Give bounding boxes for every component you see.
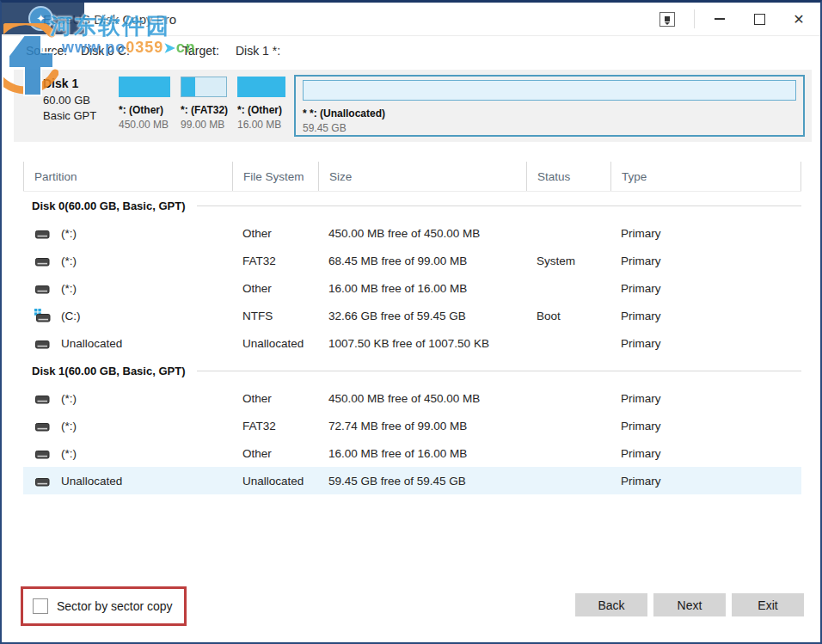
partition-usage-bar [181, 77, 227, 97]
file-system-value: Other [232, 219, 318, 247]
target-value: Disk 1 *: [236, 44, 280, 58]
partition-name: Unallocated [61, 337, 122, 350]
partition-name: (*:) [61, 255, 77, 267]
file-system-value: FAT32 [232, 412, 318, 439]
size-value: 72.74 MB free of 99.00 MB [318, 412, 526, 439]
column-header-size: Size [318, 162, 526, 191]
type-value: Primary [610, 274, 801, 302]
file-system-value: Unallocated [232, 329, 318, 357]
disk-group-title: Disk 0(60.00 GB, Basic, GPT) [23, 199, 185, 212]
partition-block[interactable]: *: (Other)450.00 MB [117, 75, 172, 137]
title-bar: EaseUS Disk Copy Pro ✕ [2, 3, 820, 36]
close-button[interactable]: ✕ [779, 3, 819, 35]
partition-table: Partition File System Size Status Type D… [23, 162, 801, 494]
status-value [526, 467, 610, 494]
next-button[interactable]: Next [653, 593, 726, 616]
status-value: System [526, 247, 610, 274]
file-system-value: FAT32 [232, 247, 318, 274]
window-controls: ✕ [659, 3, 820, 35]
table-row[interactable]: UnallocatedUnallocated59.45 GB free of 5… [23, 467, 801, 494]
size-value: 1007.50 KB free of 1007.50 KB [318, 329, 526, 357]
partition-table-body: Disk 0(60.00 GB, Basic, GPT)(*:)Other450… [23, 192, 801, 494]
table-row[interactable]: (*:)Other450.00 MB free of 450.00 MBPrim… [23, 384, 801, 412]
size-value: 16.00 MB free of 16.00 MB [318, 274, 526, 302]
disk-info: Disk 1 60.00 GB Basic GPT [14, 75, 117, 137]
size-value: 32.66 GB free of 59.45 GB [318, 302, 526, 329]
minimize-button[interactable] [700, 3, 739, 35]
menu-dropdown-button[interactable] [659, 12, 675, 27]
partition-name: (*:) [61, 447, 77, 460]
drive-icon [34, 255, 51, 267]
partition-usage-bar [119, 77, 170, 97]
file-system-value: Other [232, 274, 318, 302]
file-system-value: Other [232, 439, 318, 467]
target-disk-panel: Disk 1 60.00 GB Basic GPT *: (Other)450.… [14, 70, 812, 142]
file-system-value: NTFS [232, 302, 318, 329]
drive-icon [34, 228, 51, 239]
partition-label: *: (FAT32) [181, 104, 227, 116]
size-value: 450.00 MB free of 450.00 MB [318, 384, 526, 412]
column-header-file-system: File System [232, 162, 318, 191]
type-value: Primary [610, 412, 801, 439]
size-value: 16.00 MB free of 16.00 MB [318, 439, 526, 467]
status-value [526, 219, 610, 247]
table-row[interactable]: (*:)Other16.00 MB free of 16.00 MBPrimar… [23, 274, 801, 302]
partition-label: *: (Other) [119, 104, 170, 116]
type-value: Primary [610, 219, 801, 247]
type-value: Primary [610, 247, 801, 274]
table-row[interactable]: (*:)Other450.00 MB free of 450.00 MBPrim… [23, 219, 801, 247]
partition-strip: *: (Other)450.00 MB*: (FAT32)99.00 MB*: … [117, 75, 805, 137]
partition-size: 450.00 MB [119, 119, 170, 131]
disk-layout: Basic GPT [43, 108, 117, 124]
source-value: Disk 0 C: [81, 44, 130, 58]
table-row[interactable]: (*:)Other16.00 MB free of 16.00 MBPrimar… [23, 439, 801, 467]
maximize-button[interactable] [739, 3, 779, 35]
partition-usage-bar [303, 80, 796, 101]
file-system-value: Unallocated [232, 467, 318, 494]
group-divider [197, 371, 801, 371]
status-value [526, 329, 610, 357]
back-button[interactable]: Back [575, 593, 647, 616]
partition-name: (C:) [61, 310, 81, 322]
partition-usage-bar [237, 77, 285, 97]
wizard-buttons: Back Next Exit [575, 593, 804, 616]
partition-size: 59.45 GB [303, 122, 796, 134]
disk-name: Disk 1 [43, 77, 117, 90]
partition-name: (*:) [61, 282, 77, 295]
sector-by-sector-checkbox[interactable] [33, 598, 48, 614]
drive-icon [34, 475, 51, 487]
controls-divider [694, 9, 695, 28]
route-bar: Source: Disk 0 C: Target: Disk 1 *: [2, 36, 820, 65]
type-value: Primary [610, 384, 801, 412]
table-row[interactable]: UnallocatedUnallocated1007.50 KB free of… [23, 329, 801, 357]
table-row[interactable]: (*:)FAT3272.74 MB free of 99.00 MBPrimar… [23, 412, 801, 439]
column-header-type: Type [610, 162, 801, 191]
column-header-status: Status [526, 162, 610, 191]
size-value: 68.45 MB free of 99.00 MB [318, 247, 526, 274]
partition-block[interactable]: *: (Other)16.00 MB [236, 75, 287, 137]
size-value: 59.45 GB free of 59.45 GB [318, 467, 526, 494]
exit-button[interactable]: Exit [732, 593, 804, 616]
type-value: Primary [610, 302, 801, 329]
partition-name: Unallocated [61, 475, 122, 488]
partition-size: 99.00 MB [181, 119, 227, 131]
partition-block[interactable]: *: (FAT32)99.00 MB [179, 75, 229, 137]
disk-size: 60.00 GB [43, 93, 117, 108]
disk-group-header: Disk 0(60.00 GB, Basic, GPT) [23, 192, 801, 219]
partition-block[interactable]: * *: (Unallocated)59.45 GB [294, 75, 805, 137]
source-label: Source: [26, 44, 67, 58]
window-title: EaseUS Disk Copy Pro [43, 12, 176, 27]
disk-group-title: Disk 1(60.00 GB, Basic, GPT) [23, 365, 185, 377]
file-system-value: Other [232, 384, 318, 412]
sector-copy-annotation-box: Sector by sector copy [21, 586, 187, 626]
partition-name: (*:) [61, 392, 77, 405]
drive-icon [34, 448, 51, 459]
size-value: 450.00 MB free of 450.00 MB [318, 219, 526, 247]
table-row[interactable]: (*:)FAT3268.45 MB free of 99.00 MBSystem… [23, 247, 801, 274]
drive-icon [34, 393, 51, 404]
table-row[interactable]: (C:)NTFS32.66 GB free of 59.45 GBBootPri… [23, 302, 801, 329]
partition-name: (*:) [61, 227, 77, 240]
drive-icon [34, 338, 51, 349]
status-value [526, 412, 610, 439]
status-value [526, 384, 610, 412]
